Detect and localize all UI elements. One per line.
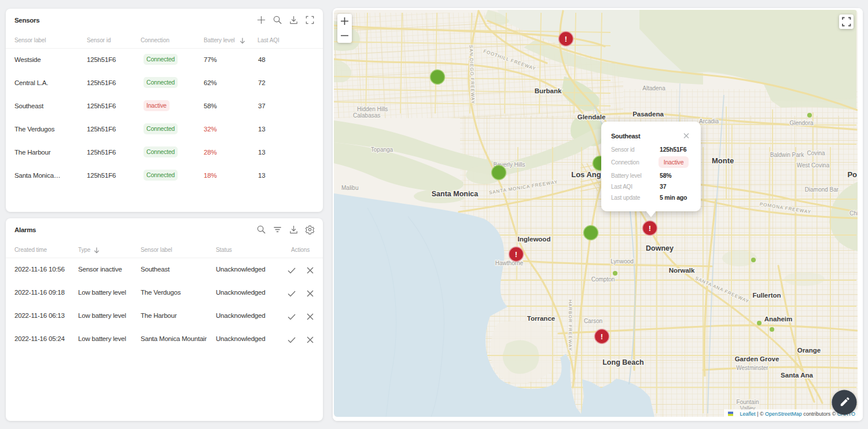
- svg-text:Garden Grove: Garden Grove: [735, 355, 779, 362]
- svg-text:!: !: [565, 35, 567, 43]
- svg-text:37: 37: [660, 183, 667, 190]
- svg-text:Lynwood: Lynwood: [610, 258, 634, 265]
- svg-text:Altadena: Altadena: [642, 85, 665, 91]
- svg-text:!: !: [515, 250, 517, 259]
- svg-text:!: !: [601, 332, 603, 341]
- svg-text:125h51F6: 125h51F6: [660, 146, 687, 153]
- svg-text:Pasadena: Pasadena: [632, 111, 664, 118]
- svg-text:West Covina: West Covina: [797, 162, 830, 168]
- svg-text:Glendale: Glendale: [578, 113, 606, 120]
- svg-text:Santa Ana: Santa Ana: [781, 372, 813, 379]
- svg-text:Burbank: Burbank: [535, 87, 562, 94]
- svg-text:Po: Po: [847, 170, 857, 179]
- svg-text:58%: 58%: [660, 172, 672, 179]
- svg-text:Connection: Connection: [611, 159, 639, 166]
- svg-text:5 min ago: 5 min ago: [660, 194, 687, 201]
- svg-text:Inactive: Inactive: [664, 159, 684, 166]
- svg-text:Westminster: Westminster: [736, 365, 768, 371]
- svg-text:Hidden Hills: Hidden Hills: [357, 106, 388, 112]
- svg-text:Arcadia: Arcadia: [699, 118, 719, 124]
- svg-text:Last AQI: Last AQI: [611, 184, 632, 190]
- svg-text:Battery level: Battery level: [611, 173, 641, 179]
- svg-text:Anaheim: Anaheim: [764, 316, 793, 322]
- svg-text:Southeast: Southeast: [611, 133, 641, 140]
- svg-text:Orange: Orange: [797, 347, 821, 354]
- svg-text:Inglewood: Inglewood: [518, 236, 551, 243]
- svg-text:Downey: Downey: [646, 244, 674, 252]
- svg-text:Carson: Carson: [584, 318, 602, 324]
- svg-text:Los Ang: Los Ang: [571, 170, 601, 179]
- svg-text:Last update: Last update: [611, 195, 641, 201]
- svg-text:Torrance: Torrance: [527, 315, 555, 322]
- svg-text:Fountain: Fountain: [737, 399, 759, 405]
- svg-text:Diamond Bar: Diamond Bar: [805, 186, 839, 193]
- svg-text:Santa Monica: Santa Monica: [432, 190, 479, 198]
- svg-text:!: !: [649, 224, 651, 233]
- svg-text:Norwalk: Norwalk: [669, 267, 695, 274]
- svg-text:Sensor id: Sensor id: [611, 146, 634, 153]
- svg-text:Malibu: Malibu: [341, 185, 358, 191]
- svg-text:Glendora: Glendora: [789, 120, 814, 126]
- svg-text:Compton: Compton: [591, 276, 615, 283]
- svg-text:Topanga: Topanga: [371, 146, 393, 153]
- svg-text:Covina: Covina: [807, 150, 825, 156]
- svg-text:Calabasas: Calabasas: [353, 112, 380, 119]
- svg-text:Baldwin Park: Baldwin Park: [770, 152, 804, 158]
- svg-text:Fullerton: Fullerton: [752, 292, 781, 299]
- svg-text:Monte: Monte: [712, 156, 734, 165]
- svg-text:Long Beach: Long Beach: [602, 358, 644, 366]
- svg-text:HARBOR FREEWAY: HARBOR FREEWAY: [568, 299, 573, 351]
